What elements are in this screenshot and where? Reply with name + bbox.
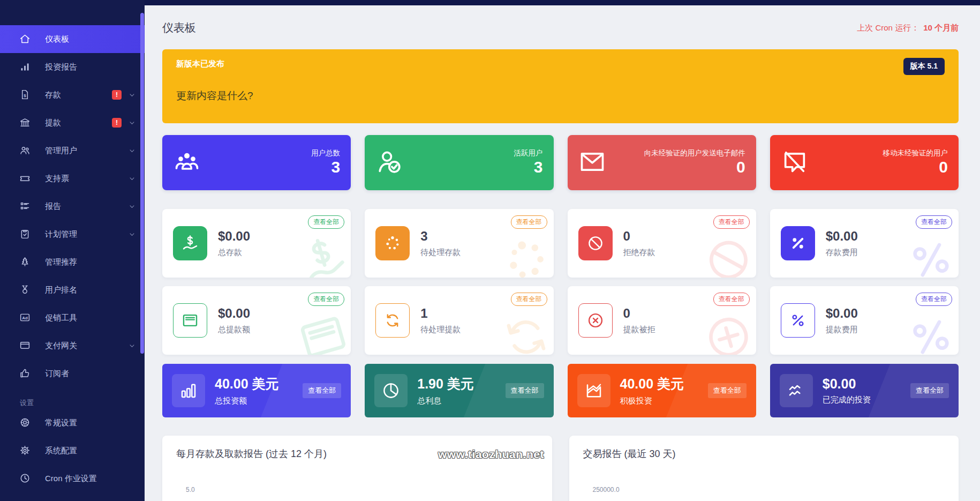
stat-card-withdrawal-charges[interactable]: 查看全部 $0.00提款费用: [770, 286, 959, 355]
promotion-icon: [19, 312, 31, 324]
stat-card-deposit-charges[interactable]: 查看全部 $0.00存款费用: [770, 209, 959, 278]
credit-card-icon: [19, 340, 31, 352]
percent-watermark-icon: [900, 229, 959, 278]
spinner-dots-icon: [375, 226, 410, 260]
y-axis-tick: 250000.0: [593, 486, 945, 493]
stat-card-active-invest[interactable]: 40.00 美元积极投资 查看全部: [568, 364, 756, 417]
view-all-badge[interactable]: 查看全部: [308, 215, 344, 229]
transaction-report-card: 交易报告 (最近 30 天) 250000.0: [569, 436, 959, 501]
sidebar-item-support-tickets[interactable]: 支持票: [0, 164, 145, 192]
cron-label: 上次 Cron 运行：: [857, 23, 919, 32]
stat-card-total-deposits[interactable]: 查看全部 $0.00总存款: [162, 209, 351, 278]
report-list-icon: [19, 200, 31, 212]
chevron-down-icon: [128, 342, 136, 350]
stat-card-completed-invest[interactable]: $0.00已完成的投资 查看全部: [770, 364, 959, 417]
arrow-watermark-icon: [495, 306, 554, 355]
sidebar-item-investment-report[interactable]: 投资报告: [0, 53, 145, 81]
view-all-link[interactable]: 查看全部: [708, 383, 747, 398]
deposit-file-icon: [19, 89, 31, 101]
view-all-badge[interactable]: 查看全部: [713, 293, 750, 306]
credit-card-icon: [173, 303, 207, 338]
whats-new-link[interactable]: 更新内容是什么?: [176, 89, 253, 103]
stat-card-total-invested[interactable]: 40.00 美元总投资额 查看全部: [162, 364, 351, 417]
chevron-down-icon: [128, 147, 136, 155]
clipboard-icon: [19, 228, 31, 240]
sidebar-item-manage-users[interactable]: 管理用户: [0, 137, 145, 164]
users-group-icon: [173, 148, 201, 178]
chevron-down-icon: [128, 175, 136, 183]
pie-chart-icon: [374, 374, 408, 407]
stat-card-rejected-withdrawals[interactable]: 查看全部 0提款被拒: [568, 286, 756, 355]
view-all-link[interactable]: 查看全部: [910, 383, 949, 398]
sidebar-item-payment-gateways[interactable]: 支付网关: [0, 332, 145, 360]
sidebar-item-cron-settings[interactable]: Cron 作业设置: [0, 465, 145, 492]
bank-icon: [19, 117, 31, 129]
percent-icon: [781, 226, 815, 260]
card-watermark-icon: [292, 306, 351, 355]
dial-gear-icon: [19, 417, 31, 429]
banner-title: 新版本已发布: [176, 59, 945, 69]
main-content: 仪表板 上次 Cron 运行：10 个月前 新版本已发布 更新内容是什么? 版本…: [145, 5, 980, 501]
sidebar-item-deposits[interactable]: 存款 !: [0, 81, 145, 109]
dollar-watermark-icon: [292, 229, 351, 278]
home-icon: [19, 33, 31, 45]
sidebar-item-dashboard[interactable]: 仪表板: [0, 25, 145, 53]
hand-dollar-icon: [173, 226, 207, 260]
view-all-badge[interactable]: 查看全部: [916, 293, 952, 306]
view-all-badge[interactable]: 查看全部: [916, 215, 952, 229]
sidebar-item-reports[interactable]: 报告: [0, 192, 145, 220]
percent-outline-icon: [781, 303, 815, 338]
thumbs-up-icon: [19, 368, 31, 379]
user-check-icon: [375, 148, 403, 178]
view-all-badge[interactable]: 查看全部: [511, 215, 547, 229]
chevron-down-icon: [128, 230, 136, 238]
y-axis-tick: 5.0: [186, 486, 538, 493]
clock-icon: [19, 473, 31, 484]
sidebar-item-subscribers[interactable]: 订阅者: [0, 360, 145, 387]
stat-card-mobile-unverified[interactable]: 移动未经验证的用户 0: [770, 135, 959, 190]
stat-card-active-users[interactable]: 活跃用户 3: [365, 135, 553, 190]
ban-watermark-icon: [697, 229, 756, 278]
view-all-link[interactable]: 查看全部: [506, 383, 544, 398]
plus-watermark-icon: [697, 306, 756, 355]
stat-card-pending-deposits[interactable]: 查看全部 3待处理存款: [365, 209, 553, 278]
sidebar-item-promotion-tools[interactable]: 促销工具: [0, 304, 145, 332]
sidebar-item-system-configuration[interactable]: 系统配置: [0, 437, 145, 465]
sidebar-item-withdrawals[interactable]: 提款 !: [0, 109, 145, 137]
sidebar-scrollbar[interactable]: [140, 13, 144, 354]
bar-chart-icon: [172, 374, 205, 407]
chart-title: 交易报告 (最近 30 天): [583, 447, 945, 460]
view-all-badge[interactable]: 查看全部: [713, 215, 750, 229]
stat-card-pending-withdrawals[interactable]: 查看全部 1待处理提款: [365, 286, 553, 355]
area-chart-icon: [577, 374, 610, 407]
sync-icon: [375, 303, 410, 338]
ticket-icon: [19, 173, 31, 184]
view-all-badge[interactable]: 查看全部: [511, 293, 547, 306]
site-watermark: www.tiaozhuan.net: [438, 448, 544, 461]
ban-icon: [578, 226, 613, 260]
new-version-banner: 新版本已发布 更新内容是什么? 版本 5.1: [162, 49, 959, 123]
gear-icon: [19, 445, 31, 457]
cron-status: 上次 Cron 运行：10 个月前: [857, 23, 959, 33]
sidebar-item-user-ranking[interactable]: 用户排名: [0, 276, 145, 304]
stat-card-total-withdrawals[interactable]: 查看全部 $0.00总提款额: [162, 286, 351, 355]
users-icon: [19, 145, 31, 156]
stat-card-email-unverified[interactable]: 向未经验证的用户发送电子邮件 0: [568, 135, 756, 190]
page-title: 仪表板: [162, 20, 196, 35]
stat-card-total-users[interactable]: 用户总数 3: [162, 135, 351, 190]
sidebar-item-manage-referrals[interactable]: 管理推荐: [0, 248, 145, 276]
version-badge: 版本 5.1: [903, 58, 945, 75]
view-all-badge[interactable]: 查看全部: [308, 293, 344, 306]
sidebar-item-plan-management[interactable]: 计划管理: [0, 220, 145, 248]
alert-badge: !: [112, 118, 122, 128]
view-all-link[interactable]: 查看全部: [303, 383, 341, 398]
stat-card-total-interest[interactable]: 1.90 美元总利息 查看全部: [365, 364, 553, 417]
sidebar-section-settings: 设置: [20, 398, 145, 408]
referral-tree-icon: [19, 256, 31, 268]
zigzag-lines-icon: [780, 374, 813, 407]
alert-badge: !: [112, 90, 122, 100]
sidebar-item-general-settings[interactable]: 常规设置: [0, 409, 145, 437]
chevron-down-icon: [128, 119, 136, 127]
stat-card-rejected-deposits[interactable]: 查看全部 0拒绝存款: [568, 209, 756, 278]
cron-value: 10 个月前: [923, 23, 959, 32]
